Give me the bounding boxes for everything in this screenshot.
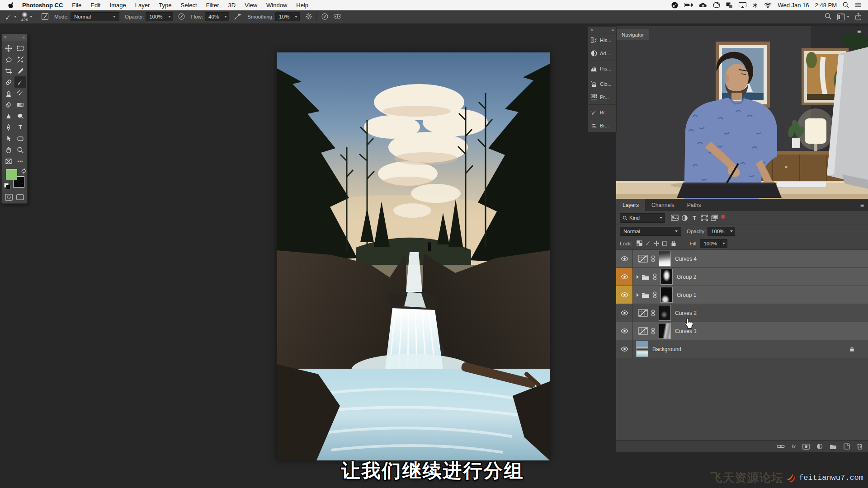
blur-sharpen-tool[interactable] (3, 110, 14, 122)
paint-symmetry-butterfly-icon[interactable] (333, 13, 342, 21)
brush-picker-caret[interactable] (30, 16, 33, 18)
cloud-sync-icon[interactable] (699, 1, 707, 9)
window-manager-icon[interactable] (726, 1, 733, 9)
filter-shape-layers-icon[interactable] (699, 215, 709, 221)
filter-pixel-layers-icon[interactable] (670, 215, 679, 221)
workspace-switcher[interactable] (837, 14, 849, 20)
visibility-cell[interactable] (616, 250, 633, 267)
menu-select[interactable]: Select (176, 2, 201, 9)
smoothing-field[interactable]: 10% (275, 12, 293, 21)
brushes-panel-button[interactable]: Br... (588, 119, 616, 132)
visibility-cell[interactable] (616, 322, 633, 340)
brush-tool[interactable] (14, 76, 26, 88)
layer-row-curves4[interactable]: Curves 4 (616, 250, 868, 268)
eyedropper-tool[interactable] (14, 65, 26, 76)
current-tool-brush-icon[interactable] (5, 13, 17, 21)
blend-mode-dropdown[interactable]: Normal (620, 227, 681, 236)
layer-row-curves2[interactable]: Curves 2 (616, 304, 868, 322)
visibility-cell[interactable] (616, 304, 633, 322)
fill-caret[interactable] (721, 239, 727, 248)
filter-smart-objects-icon[interactable] (709, 215, 719, 221)
quick-mask-icon[interactable] (5, 194, 13, 201)
close-icon[interactable]: × (590, 28, 593, 33)
shape-tool[interactable] (14, 133, 26, 144)
tab-paths[interactable]: Paths (681, 199, 708, 211)
airbrush-icon[interactable] (234, 13, 242, 21)
menu-edit[interactable]: Edit (86, 2, 105, 9)
close-icon[interactable]: × (4, 35, 7, 40)
lasso-tool[interactable] (3, 54, 14, 65)
opacity-caret[interactable] (166, 12, 173, 21)
background-lock-icon[interactable] (849, 346, 854, 352)
zoom-tool[interactable] (14, 144, 26, 155)
filter-k-dropdown[interactable]: Kind (620, 213, 665, 223)
menu-filter[interactable]: Filter (202, 2, 224, 9)
layer-row-background[interactable]: Background (616, 340, 868, 358)
smoothing-caret[interactable] (293, 12, 300, 21)
pressure-size-icon[interactable] (321, 13, 329, 21)
lock-paint-icon[interactable] (644, 240, 652, 246)
flow-caret[interactable] (222, 12, 229, 21)
adjustments-panel-button[interactable]: Ad... (588, 47, 616, 60)
layer-mask-thumbnail[interactable] (659, 251, 670, 266)
mask-link-icon[interactable] (651, 310, 655, 317)
filter-type-layers-icon[interactable]: T (689, 215, 699, 221)
hand-tool[interactable] (3, 144, 14, 155)
expand-icon[interactable]: » (611, 28, 614, 33)
layer-mask-thumbnail[interactable] (659, 324, 670, 338)
menu-view[interactable]: View (240, 2, 262, 9)
smoothing-options-gear-icon[interactable] (305, 13, 312, 21)
wifi-icon[interactable] (764, 1, 772, 9)
screen-mode-icon[interactable] (16, 194, 24, 201)
tab-layers[interactable]: Layers (616, 199, 645, 211)
collapse-icon[interactable]: « (22, 35, 25, 40)
add-layer-mask-icon[interactable] (802, 444, 810, 450)
foreground-color-swatch[interactable] (6, 169, 17, 180)
frame-tool[interactable] (3, 155, 14, 167)
lock-all-icon[interactable] (670, 240, 678, 246)
layer-row-group2[interactable]: Group 2 (616, 268, 868, 286)
fill-field[interactable]: 100% (700, 239, 720, 248)
group-disclosure-triangle[interactable] (637, 293, 639, 297)
layer-thumbnail[interactable] (637, 342, 648, 357)
menu-3d[interactable]: 3D (224, 2, 241, 9)
document-canvas-waterfall-photo[interactable] (277, 52, 550, 460)
mode-dropdown[interactable]: Normal (71, 12, 119, 21)
layer-row-curves1[interactable]: Curves 1 (616, 322, 868, 340)
new-layer-icon[interactable] (844, 443, 850, 450)
type-tool[interactable]: T (14, 122, 26, 133)
search-icon[interactable] (825, 13, 832, 21)
panel-menu-icon[interactable]: ≡ (860, 199, 868, 211)
move-tool[interactable] (3, 42, 14, 54)
crop-tool[interactable] (3, 65, 14, 76)
quick-selection-tool[interactable] (14, 54, 26, 65)
spotlight-icon[interactable] (843, 1, 849, 9)
new-group-icon[interactable] (830, 444, 837, 450)
delete-layer-trash-icon[interactable] (857, 443, 863, 450)
history-panel-button[interactable]: His... (588, 33, 616, 47)
menu-type[interactable]: Type (154, 2, 176, 9)
dodge-tool[interactable] (14, 110, 26, 122)
visibility-cell[interactable] (616, 286, 633, 304)
clone-stamp-tool[interactable] (3, 88, 14, 99)
lock-transparency-icon[interactable] (635, 240, 644, 246)
menu-time[interactable]: 2:48 PM (815, 2, 837, 9)
histogram-panel-button[interactable]: His... (588, 62, 616, 75)
mask-link-icon[interactable] (651, 328, 655, 335)
filter-toggle-pin[interactable] (721, 215, 725, 219)
apple-menu-icon[interactable] (8, 2, 15, 9)
layer-mask-thumbnail[interactable] (659, 305, 670, 320)
brush-settings-panel-button[interactable]: Br... (588, 106, 616, 119)
eraser-tool[interactable] (3, 99, 14, 110)
menu-layer[interactable]: Layer (131, 2, 155, 9)
group-mask-thumbnail[interactable] (661, 269, 672, 284)
tab-channels[interactable]: Channels (645, 199, 681, 211)
menu-image[interactable]: Image (105, 2, 131, 9)
flow-field[interactable]: 40% (205, 12, 222, 21)
link-layers-icon[interactable] (777, 444, 785, 449)
obs-icon[interactable] (671, 1, 678, 9)
tab-navigator[interactable]: Navigator (616, 29, 649, 40)
menu-date[interactable]: Wed Jan 16 (778, 2, 809, 9)
toggle-brush-panel-icon[interactable] (41, 13, 49, 21)
pen-tool[interactable] (3, 122, 14, 133)
